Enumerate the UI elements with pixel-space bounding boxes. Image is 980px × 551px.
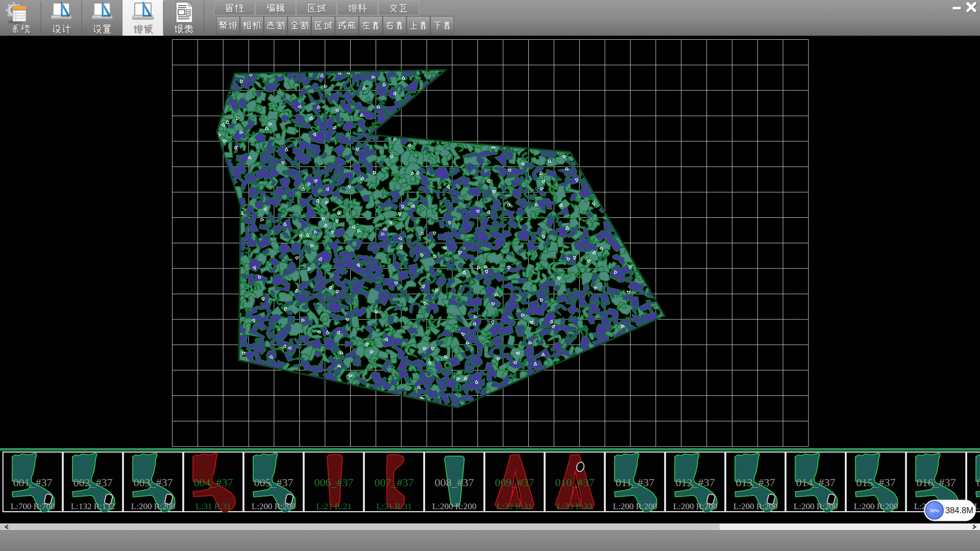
svg-text:007_#37: 007_#37 [375,476,414,489]
svg-text:017_#37: 017_#37 [977,476,980,489]
svg-text:384.8M: 384.8M [945,506,973,515]
svg-text:L:200 R:200: L:200 R:200 [854,502,898,511]
svg-text:008_#37: 008_#37 [435,476,474,489]
svg-text:L:200 R:200: L:200 R:200 [794,502,838,511]
svg-text:L:200 R:200: L:200 R:200 [673,502,717,511]
svg-text:38%: 38% [929,508,940,513]
svg-text:001_#37: 001_#37 [13,476,53,489]
svg-text:012_#37: 012_#37 [676,476,715,489]
svg-text:005_#37: 005_#37 [254,476,293,489]
svg-text:006_#37: 006_#37 [314,476,354,489]
svg-text:016_#37: 016_#37 [917,476,956,489]
svg-text:L:700 R:700: L:700 R:700 [11,502,55,511]
svg-text:L:200 R:200: L:200 R:200 [131,502,175,511]
svg-text:015_#37: 015_#37 [856,476,896,489]
svg-text:009_#37: 009_#37 [495,476,534,489]
svg-text:L:33 R:33: L:33 R:33 [557,502,592,511]
svg-text:010_#37: 010_#37 [555,476,595,489]
svg-text:014_#37: 014_#37 [796,476,836,489]
svg-text:L:31 R:31: L:31 R:31 [195,502,231,511]
svg-text:L:21 R:21: L:21 R:21 [316,502,351,511]
svg-text:L:32 R:31: L:32 R:31 [497,502,532,511]
svg-text:002_#37: 002_#37 [74,476,113,489]
svg-text:L:31 R:31: L:31 R:31 [376,502,411,511]
svg-text:L:200 R:200: L:200 R:200 [733,502,777,511]
svg-text:L:200 R:200: L:200 R:200 [432,502,476,511]
svg-text:013_#37: 013_#37 [736,476,775,489]
svg-text:011_#37: 011_#37 [616,476,654,489]
svg-text:L:132 R:132: L:132 R:132 [71,502,115,511]
svg-text:003_#37: 003_#37 [134,476,173,489]
svg-text:L:200 R:200: L:200 R:200 [252,502,296,511]
svg-text:L:200 R:200: L:200 R:200 [613,502,657,511]
svg-text:004_#37: 004_#37 [194,476,233,489]
